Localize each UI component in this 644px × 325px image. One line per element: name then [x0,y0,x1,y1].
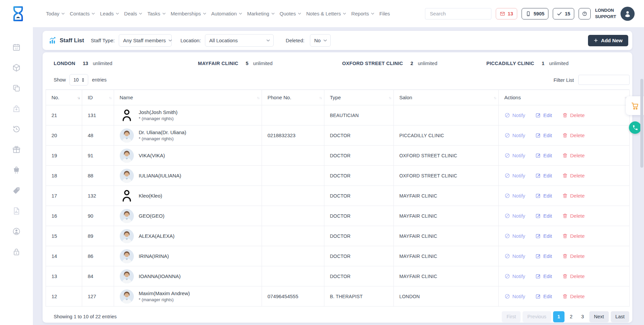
nav-item-leads[interactable]: Leads [100,11,119,16]
help-button[interactable] [579,8,591,19]
nav-item-reports[interactable]: Reports [351,11,374,16]
staff-list-toolbar: Staff List Staff Type: Any Staff members… [43,31,632,50]
sidebar-item-history[interactable] [12,125,21,133]
sidebar-item-lock[interactable] [12,248,21,256]
pagination-last[interactable]: Last [611,311,629,322]
sidebar-item-calendar[interactable]: 12 [12,43,21,52]
staff-avatar [120,269,134,283]
history-icon [12,125,21,133]
edit-button[interactable]: Edit [535,153,552,158]
notify-button[interactable]: Notify [504,233,525,239]
location-select[interactable]: All Locations [205,34,274,47]
edit-button[interactable]: Edit [535,132,552,138]
col-name[interactable]: Name↑↓ [114,90,262,105]
nav-item-marketing[interactable]: Marketing [247,11,275,16]
edit-button[interactable]: Edit [535,233,552,239]
cell-no: 17 [46,186,82,206]
phone-float-button[interactable] [629,121,641,134]
delete-button[interactable]: Delete [562,132,585,138]
nav-item-contacts[interactable]: Contacts [70,11,95,16]
col-type[interactable]: Type↑↓ [324,90,393,105]
delete-button[interactable]: Delete [562,173,585,178]
sidebar-item-shopping-bag[interactable] [12,104,21,113]
search-input[interactable] [429,10,497,17]
nav-item-tasks[interactable]: Tasks [147,11,165,16]
cell-type: DOCTOR [324,186,393,206]
notify-button[interactable]: Notify [504,173,525,178]
notify-button[interactable]: Notify [504,153,525,158]
notify-button[interactable]: Notify [504,293,525,299]
nav-item-deals[interactable]: Deals [124,11,142,16]
pagination-3[interactable]: 3 [578,311,587,322]
delete-button[interactable]: Delete [562,193,585,199]
cell-name: Dr. Uliana(Dr. Uliana) * (manager rights… [114,125,262,146]
trash-icon [562,253,568,259]
nav-item-today[interactable]: Today [46,11,65,16]
add-new-button[interactable]: Add New [588,35,628,46]
tasks-badge[interactable]: 15 [553,8,574,19]
location-stat: PICCADILLY CLINIC 1 unlimited [486,61,632,66]
delete-button[interactable]: Delete [562,253,585,259]
col-no[interactable]: No.↑↓ [46,90,82,105]
mobile-phone-icon [526,11,531,16]
table-footer: Showing 1 to 10 of 22 entries FirstPrevi… [54,311,629,323]
search-box[interactable] [425,8,491,19]
col-actions[interactable]: Actions↑↓ [498,90,629,105]
page-size-select[interactable]: 10 [69,74,88,86]
edit-button[interactable]: Edit [535,213,552,219]
notify-button[interactable]: Notify [504,193,525,199]
report-icon [12,207,21,215]
sidebar-item-package[interactable] [12,63,21,72]
user-avatar[interactable] [621,7,635,21]
pagination-2[interactable]: 2 [567,311,576,322]
sidebar-item-report[interactable] [12,207,21,215]
sidebar-item-price-tag[interactable] [12,186,21,195]
nav-item-quotes[interactable]: Quotes [280,11,301,16]
cell-salon: MAYFAIR CLINIC [393,206,498,226]
messages-badge[interactable]: 13 [496,8,517,19]
edit-button[interactable]: Edit [535,293,552,299]
calls-badge[interactable]: 5905 [522,8,548,19]
delete-button[interactable]: Delete [562,293,585,299]
edit-button[interactable]: Edit [535,112,552,118]
deleted-select[interactable]: No [310,34,331,47]
pagination-1[interactable]: 1 [553,311,565,322]
user-circle-icon [12,227,21,236]
cell-phone [262,246,324,266]
sidebar-item-cart[interactable] [12,166,21,174]
notify-button[interactable]: Notify [504,132,525,138]
delete-button[interactable]: Delete [562,213,585,219]
nav-item-files[interactable]: Files [379,11,390,16]
cell-type: DOCTOR [324,246,393,266]
entries-label: entries [92,77,107,83]
nav-item-notes-letters[interactable]: Notes & Letters [306,11,346,16]
staff-type-select[interactable]: Any Staff members [119,34,172,47]
notify-button[interactable]: Notify [504,253,525,259]
scrollbar[interactable] [640,79,643,168]
edit-button[interactable]: Edit [535,173,552,178]
notify-button[interactable]: Notify [504,112,525,118]
pagination-next[interactable]: Next [589,311,609,322]
delete-button[interactable]: Delete [562,273,585,279]
col-phone[interactable]: Phone No.↑↓ [262,90,324,105]
sidebar-item-user-circle[interactable] [12,227,21,236]
notify-button[interactable]: Notify [504,273,525,279]
sidebar-item-gift[interactable] [12,145,21,154]
col-id[interactable]: ID↑↓ [82,90,114,105]
delete-button[interactable]: Delete [562,153,585,158]
app-logo[interactable] [12,6,24,22]
cell-actions: Notify Edit Delete [498,166,629,186]
col-salon[interactable]: Salon↑↓ [393,90,498,105]
edit-button[interactable]: Edit [535,273,552,279]
edit-button[interactable]: Edit [535,253,552,259]
delete-button[interactable]: Delete [562,233,585,239]
staff-avatar [120,149,134,163]
nav-item-memberships[interactable]: Memberships [171,11,206,16]
delete-button[interactable]: Delete [562,112,585,118]
filter-input[interactable] [578,75,630,85]
notify-button[interactable]: Notify [504,213,525,219]
edit-button[interactable]: Edit [535,193,552,199]
staff-table-card: LONDON 13 unlimited MAYFAIR CLINIC 5 unl… [43,52,632,323]
sidebar-item-copy[interactable] [12,84,21,93]
nav-item-automation[interactable]: Automation [211,11,242,16]
